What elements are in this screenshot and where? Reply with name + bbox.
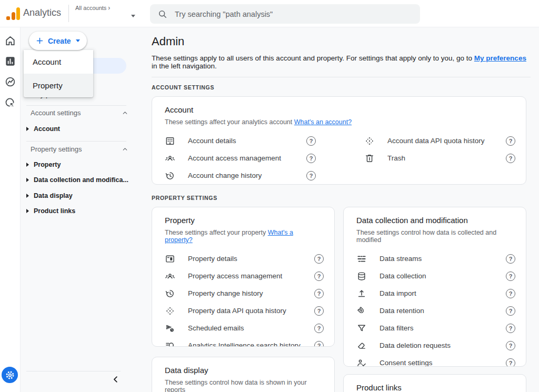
card-subtitle: These settings control how data is shown… [152,379,334,392]
help-icon[interactable] [506,254,515,264]
help-icon[interactable] [506,289,515,298]
row-scheduled-emails[interactable]: Scheduled emails [152,319,334,337]
home-icon[interactable] [4,35,16,47]
topbar-divider [68,5,69,22]
person-check-icon [356,358,367,367]
account-switcher[interactable]: All accounts [75,4,110,12]
row-label: Data deletion requests [380,341,451,349]
reports-icon[interactable] [4,55,16,67]
trash-icon [364,153,375,164]
row-consent-settings[interactable]: Consent settings [344,354,526,367]
admin-nav-panel: My preferences Create Account Property A… [21,27,137,392]
row-account-change-history[interactable]: Account change history [152,167,326,184]
row-label: Property details [188,255,237,263]
help-icon[interactable] [506,272,515,281]
card-subtitle-text: These settings control how data is colle… [356,229,496,244]
panel-item-account[interactable]: Account [26,125,132,133]
triangle-right-icon [26,209,29,213]
admin-gear-icon[interactable] [2,367,18,383]
help-icon[interactable] [306,154,316,163]
analytics-logo-icon[interactable] [6,7,20,20]
page-description: These settings apply to all users of thi… [152,54,531,70]
building-icon [165,136,175,146]
help-icon[interactable] [314,254,324,264]
chevron-right-icon [108,4,110,12]
help-icon[interactable] [506,358,515,367]
row-data-streams[interactable]: Data streams [344,250,526,267]
help-icon[interactable] [506,306,515,316]
row-data-filters[interactable]: Data filters [344,319,526,337]
chevron-up-icon [122,109,128,116]
row-data-import[interactable]: Data import [344,285,526,302]
people-icon [165,153,175,164]
row-label: Account data API quota history [387,137,485,145]
row-property-access-management[interactable]: Property access management [152,267,334,285]
search-bar[interactable] [150,4,420,24]
row-analytics-intelligence-search-history[interactable]: Analytics Intelligence search history [152,337,334,347]
section-header-account-settings[interactable]: Account settings [31,109,128,117]
panel-item-label: Data collection and modifica... [34,176,128,184]
panel-item-data-display[interactable]: Data display [26,192,132,199]
help-icon[interactable] [314,324,324,333]
help-icon[interactable] [506,341,515,350]
help-icon[interactable] [314,289,324,298]
row-label: Trash [387,154,405,162]
row-label: Account change history [188,172,262,179]
panel-item-product-links[interactable]: Product links [26,207,132,215]
row-property-details[interactable]: Property details [152,250,334,267]
triangle-right-icon [26,194,29,198]
row-label: Scheduled emails [188,324,244,332]
row-property-change-history[interactable]: Property change history [152,285,334,302]
row-account-access-management[interactable]: Account access management [152,149,326,167]
row-label: Property change history [188,289,263,297]
card-subtitle-text: These settings affect your property [165,229,268,236]
plus-icon [35,36,44,45]
panel-item-label: Product links [34,207,75,215]
help-icon[interactable] [506,136,515,146]
my-preferences-link[interactable]: My preferences [474,54,526,62]
help-icon[interactable] [506,154,515,163]
row-trash[interactable]: Trash [352,149,526,167]
help-icon[interactable] [314,341,324,347]
whats-an-account-link[interactable]: What's an account? [294,118,352,126]
row-label: Data retention [380,307,424,315]
account-switcher-caret-icon[interactable] [131,15,135,17]
help-icon[interactable] [314,306,324,316]
row-data-deletion-requests[interactable]: Data deletion requests [344,337,526,354]
menu-item-property[interactable]: Property [24,74,93,97]
panel-item-property[interactable]: Property [26,161,132,168]
database-icon [356,271,367,282]
panel-divider [26,141,126,142]
explore-icon[interactable] [4,76,16,88]
account-switcher-label: All accounts [75,5,106,11]
row-label: Data filters [380,324,414,332]
row-account-data-api-quota-history[interactable]: Account data API quota history [352,132,526,149]
row-account-details[interactable]: Account details [152,132,326,149]
help-icon[interactable] [306,171,316,180]
help-icon[interactable] [306,136,316,146]
row-data-collection[interactable]: Data collection [344,267,526,285]
advertising-icon[interactable] [4,97,16,109]
panel-item-label: Data display [34,192,73,199]
section-label-account-settings: ACCOUNT SETTINGS [152,84,531,91]
page-title: Admin [152,35,531,48]
row-label: Data import [380,289,416,297]
search-input[interactable] [175,10,413,18]
collapse-panel-icon[interactable] [111,375,121,384]
menu-item-account[interactable]: Account [24,50,93,74]
description-text: These settings apply to all users of thi… [152,54,474,62]
card-subtitle-text: These settings control how data is shown… [165,379,307,392]
row-data-retention[interactable]: Data retention [344,302,526,319]
history-icon [165,288,175,299]
magnet-icon [356,306,367,316]
row-property-data-api-quota-history[interactable]: Property data API quota history [152,302,334,319]
panel-item-data-collection[interactable]: Data collection and modifica... [26,176,132,184]
right-card-column: Data collection and modification These s… [343,207,526,392]
create-button[interactable]: Create [29,32,87,50]
help-icon[interactable] [314,272,324,281]
section-header-property-settings[interactable]: Property settings [31,145,128,153]
top-bar: Analytics All accounts [0,0,539,27]
api-quota-icon [165,306,175,316]
help-icon[interactable] [506,324,515,333]
section-label-property-settings: PROPERTY SETTINGS [152,195,531,201]
